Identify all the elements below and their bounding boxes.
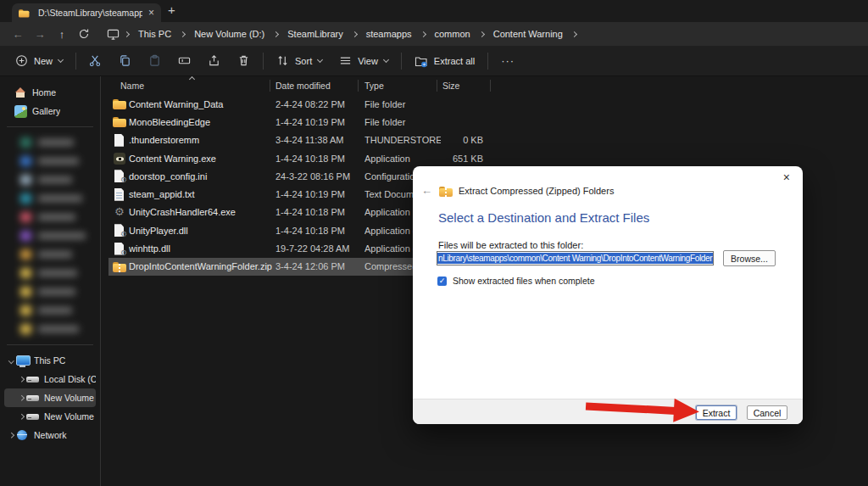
file-name: .thunderstoremm xyxy=(129,135,273,145)
home-icon xyxy=(14,87,27,99)
refresh-icon[interactable] xyxy=(73,28,95,40)
extract-all-button[interactable]: Extract all xyxy=(406,50,483,72)
new-button-label: New xyxy=(34,56,53,66)
browse-button[interactable]: Browse... xyxy=(723,250,776,266)
blurred-sidebar-item xyxy=(0,133,100,152)
file-date-modified: 24-3-22 08:16 PM xyxy=(275,171,362,182)
sidebar-item-label: Home xyxy=(32,87,56,98)
file-date-modified: 19-7-22 04:28 AM xyxy=(275,243,362,254)
sidebar-item-new-volume-d[interactable]: New Volume (D:) xyxy=(4,388,96,407)
view-button[interactable]: View xyxy=(331,50,397,72)
column-header-date[interactable]: Date modified xyxy=(275,81,331,91)
this-pc-icon xyxy=(107,28,120,41)
chevron-right-icon[interactable] xyxy=(16,415,26,419)
dialog-close-icon[interactable]: × xyxy=(783,170,790,184)
sidebar-item-local-disk-c[interactable]: Local Disk (C:) xyxy=(4,370,96,388)
blurred-sidebar-item xyxy=(0,264,100,282)
back-icon[interactable]: ← xyxy=(7,28,29,41)
paste-button[interactable] xyxy=(140,50,170,72)
chevron-down-icon[interactable] xyxy=(6,359,16,363)
share-button[interactable] xyxy=(199,50,229,72)
breadcrumb-chevron-icon xyxy=(352,31,358,36)
sidebar-item-gallery[interactable]: Gallery xyxy=(4,102,96,120)
blurred-label xyxy=(38,195,82,202)
file-file-icon xyxy=(113,134,126,147)
text-cursor xyxy=(713,254,714,264)
file-date-modified: 1-4-24 10:19 PM xyxy=(275,189,362,199)
show-files-checkbox-row[interactable]: ✓ Show extracted files when complete xyxy=(437,276,595,286)
breadcrumb-chevron-icon xyxy=(180,31,186,36)
chevron-right-icon[interactable] xyxy=(16,377,26,382)
file-size: 0 KB xyxy=(429,135,483,145)
rename-button[interactable] xyxy=(170,50,199,72)
destination-label: Files will be extracted to this folder: xyxy=(438,240,583,250)
forward-icon[interactable]: → xyxy=(29,28,51,41)
sidebar-item-home[interactable]: Home xyxy=(4,83,96,102)
blurred-sidebar-item xyxy=(0,170,100,189)
file-row[interactable]: Content Warning_Data2-4-24 08:22 PMFile … xyxy=(108,95,494,113)
file-date-modified: 1-4-24 10:19 PM xyxy=(275,117,362,127)
file-row[interactable]: MonoBleedingEdge1-4-24 10:19 PMFile fold… xyxy=(108,113,494,131)
disk-icon xyxy=(26,411,39,423)
sidebar-item-this-pc[interactable]: This PC xyxy=(4,351,96,370)
breadcrumb-item[interactable]: This PC xyxy=(134,27,175,41)
breadcrumb-item[interactable]: common xyxy=(431,27,475,41)
plus-circle-icon xyxy=(15,54,28,67)
column-header-type[interactable]: Type xyxy=(364,81,384,91)
sidebar-divider xyxy=(7,344,93,345)
breadcrumb-item[interactable]: SteamLibrary xyxy=(283,27,347,41)
breadcrumb-item[interactable]: Content Warning xyxy=(489,27,567,41)
file-date-modified: 2-4-24 08:22 PM xyxy=(275,99,362,109)
up-icon[interactable]: ↑ xyxy=(51,28,73,41)
sidebar-item-network[interactable]: Network xyxy=(4,426,96,444)
blurred-label xyxy=(38,176,72,183)
cancel-button[interactable]: Cancel xyxy=(747,405,787,420)
file-name: steam_appid.txt xyxy=(129,189,273,199)
dialog-back-icon[interactable]: ← xyxy=(421,184,432,197)
file-date-modified: 1-4-24 10:18 PM xyxy=(275,207,362,217)
copy-button[interactable] xyxy=(110,50,140,72)
breadcrumb: This PCNew Volume (D:)SteamLibrarysteama… xyxy=(107,27,581,41)
breadcrumb-item[interactable]: steamapps xyxy=(362,27,416,41)
copy-icon xyxy=(119,54,131,67)
trash-icon xyxy=(237,54,250,67)
new-button[interactable]: New xyxy=(7,50,71,72)
blurred-label xyxy=(38,232,86,239)
tab-close-icon[interactable]: × xyxy=(148,8,154,18)
file-name: Content Warning_Data xyxy=(129,99,273,109)
blurred-sidebar-item xyxy=(0,301,100,320)
blurred-label xyxy=(38,307,72,314)
checkbox-checked-icon[interactable]: ✓ xyxy=(437,277,447,286)
blurred-label xyxy=(38,326,79,332)
new-tab-button[interactable]: + xyxy=(168,3,175,17)
sidebar-item-new-volume-e[interactable]: New Volume (E:) xyxy=(4,407,96,426)
chevron-right-icon[interactable] xyxy=(6,433,16,438)
file-row[interactable]: .thunderstoremm3-4-24 11:38 AMTHUNDERSTO… xyxy=(108,131,494,149)
destination-path-input[interactable]: nLibrary\steamapps\common\Content Warnin… xyxy=(437,251,714,265)
blurred-icon xyxy=(20,156,31,166)
zip-folder-icon xyxy=(439,185,452,196)
folder-file-icon xyxy=(113,115,126,128)
blurred-icon xyxy=(20,137,31,148)
sort-button[interactable]: Sort xyxy=(268,50,331,72)
column-header-size[interactable]: Size xyxy=(442,81,459,91)
file-row[interactable]: Content Warning.exe1-4-24 10:18 PMApplic… xyxy=(108,149,494,167)
sidebar-item-label: Network xyxy=(34,430,67,440)
blurred-icon xyxy=(20,324,31,334)
file-date-modified: 3-4-24 11:38 AM xyxy=(275,135,362,145)
toolbar-divider xyxy=(401,53,402,70)
extract-dialog: × ← Extract Compressed (Zipped) Folders … xyxy=(413,166,803,424)
cut-button[interactable] xyxy=(81,50,110,72)
delete-button[interactable] xyxy=(229,50,259,72)
explorer-tab[interactable]: D:\SteamLibrary\steamapps\co × xyxy=(12,3,161,22)
breadcrumb-item[interactable]: New Volume (D:) xyxy=(190,27,269,41)
dialog-heading: Select a Destination and Extract Files xyxy=(438,210,649,225)
chevron-right-icon[interactable] xyxy=(16,396,26,400)
selected-path-text: nLibrary\steamapps\common\Content Warnin… xyxy=(437,253,713,264)
more-options-button[interactable]: ··· xyxy=(492,50,523,72)
toolbar-divider xyxy=(263,53,264,70)
file-name: MonoBleedingEdge xyxy=(129,117,273,127)
rename-icon xyxy=(178,54,191,67)
blurred-label xyxy=(38,270,77,277)
column-header-name[interactable]: Name xyxy=(120,81,144,91)
